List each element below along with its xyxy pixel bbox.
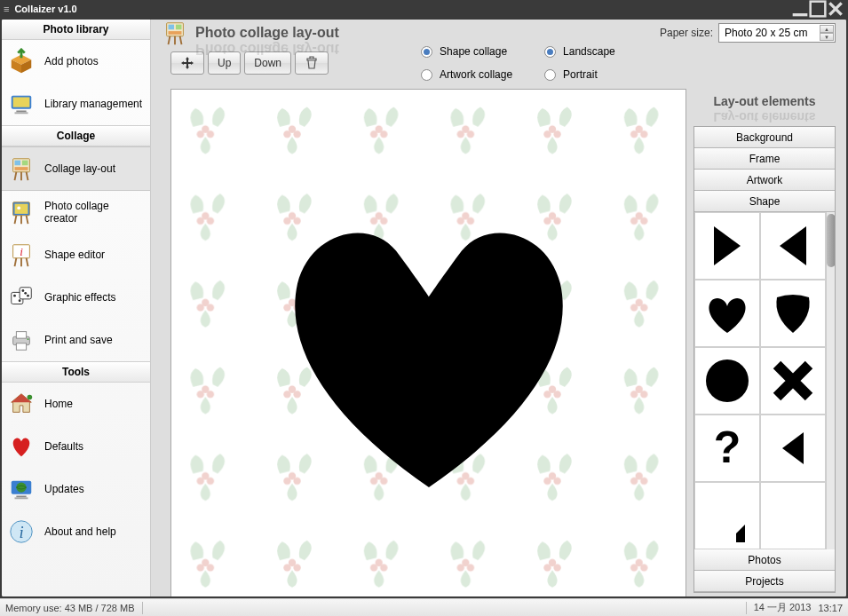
panel-title: Lay-out elements Lay-out elements [693, 89, 836, 110]
svg-marker-51 [782, 432, 804, 464]
svg-rect-10 [15, 161, 21, 166]
scrollbar-thumb[interactable] [827, 214, 835, 267]
accordion-shape[interactable]: Shape [694, 191, 835, 212]
radio-portrait[interactable]: Portrait [544, 68, 615, 81]
collage-canvas[interactable] [170, 89, 686, 596]
svg-point-15 [17, 206, 20, 209]
shape-play-right[interactable] [694, 212, 760, 280]
easel-photo-icon [7, 198, 36, 226]
box-add-icon [7, 47, 36, 75]
shape-play-left[interactable] [760, 212, 826, 280]
paper-size-select[interactable]: Photo 20 x 25 cm ▲▼ [718, 23, 836, 43]
status-date: 14 一月 2013 [754, 601, 812, 614]
paper-size-value: Photo 20 x 25 cm [725, 27, 807, 39]
sidebar-item-about-and-help[interactable]: i About and help [2, 510, 150, 553]
svg-point-22 [21, 289, 24, 292]
shape-circle[interactable] [694, 347, 760, 415]
accordion-frame[interactable]: Frame [694, 148, 835, 170]
sidebar-item-label: Graphic effects [44, 291, 115, 304]
svg-rect-40 [176, 25, 182, 30]
accordion-background[interactable]: Background [694, 127, 835, 148]
statusbar: Memory use: 43 MB / 728 MB 14 一月 2013 13… [0, 598, 848, 616]
sidebar-header-tools: Tools [2, 361, 150, 383]
radio-landscape[interactable]: Landscape [544, 45, 615, 58]
svg-rect-0 [793, 13, 808, 16]
svg-point-19 [13, 295, 16, 297]
sidebar-item-graphic-effects[interactable]: Graphic effects [2, 276, 150, 319]
memory-use: Memory use: 43 MB / 728 MB [5, 603, 135, 613]
dice-icon [7, 283, 36, 312]
sidebar-item-label: Updates [44, 483, 84, 495]
sidebar-item-shape-editor[interactable]: i Shape editor [2, 233, 150, 276]
radio-dot-icon [421, 69, 432, 81]
shape-gallery: ? [694, 212, 835, 549]
svg-point-23 [27, 295, 29, 297]
svg-point-31 [28, 395, 33, 400]
chevron-down-icon[interactable]: ▼ [820, 33, 834, 41]
layout-accordion: Background Frame Artwork Shape [693, 126, 836, 593]
shape-shield[interactable] [760, 280, 826, 347]
page-title: Photo collage lay-out Photo collage lay-… [195, 25, 339, 41]
sidebar-item-photo-collage-creator[interactable]: Photo collage creator [2, 191, 150, 233]
paper-size-label: Paper size: [660, 27, 713, 39]
easel-shape-icon: i [7, 241, 36, 269]
svg-text:i: i [19, 523, 23, 541]
shape-partial-2[interactable] [760, 482, 826, 549]
printer-icon [7, 326, 36, 354]
svg-marker-52 [736, 525, 745, 542]
sidebar-header-collage: Collage [2, 125, 150, 146]
home-icon [7, 390, 36, 418]
sidebar-item-label: Home [44, 398, 73, 410]
main-header: Photo collage lay-out Photo collage lay-… [151, 20, 846, 46]
sidebar-item-label: Collage lay-out [44, 162, 115, 175]
svg-rect-35 [15, 497, 28, 499]
svg-point-49 [706, 359, 749, 402]
svg-rect-41 [169, 31, 182, 35]
chevron-up-icon[interactable]: ▲ [820, 25, 834, 33]
svg-point-33 [16, 483, 26, 493]
radio-dot-icon [421, 46, 432, 58]
layout-elements-panel: Lay-out elements Lay-out elements Backgr… [693, 89, 836, 596]
heart-shape[interactable] [265, 186, 593, 514]
minimize-button[interactable] [791, 1, 809, 17]
monitor-globe-icon [7, 475, 36, 503]
easel-layout-icon [162, 20, 188, 46]
radio-artwork-collage[interactable]: Artwork collage [421, 68, 512, 81]
shape-x[interactable] [760, 347, 826, 415]
svg-rect-1 [811, 2, 826, 17]
app-menu-icon[interactable]: ≡ [4, 4, 9, 14]
radio-shape-collage[interactable]: Shape collage [421, 45, 512, 58]
sidebar-item-label: Library management [44, 98, 142, 110]
close-button[interactable] [827, 1, 844, 17]
sidebar-item-print-and-save[interactable]: Print and save [2, 319, 150, 361]
trash-icon [305, 56, 319, 70]
accordion-artwork[interactable]: Artwork [694, 170, 835, 191]
sidebar-item-updates[interactable]: Updates [2, 468, 150, 510]
svg-rect-34 [16, 496, 26, 498]
titlebar[interactable]: ≡ Collaizer v1.0 [0, 0, 848, 18]
sidebar-item-home[interactable]: Home [2, 383, 150, 425]
sidebar-item-defaults[interactable]: Defaults [2, 425, 150, 468]
svg-rect-7 [16, 111, 26, 113]
spin-buttons[interactable]: ▲▼ [820, 25, 834, 41]
sidebar-item-label: Print and save [44, 334, 113, 346]
shape-partial-1[interactable] [694, 482, 760, 549]
accordion-projects[interactable]: Projects [694, 571, 835, 592]
svg-rect-11 [22, 161, 28, 166]
sidebar-item-add-photos[interactable]: Add photos [2, 40, 150, 83]
svg-point-28 [28, 338, 29, 340]
move-icon [180, 56, 194, 70]
svg-text:?: ? [714, 423, 741, 472]
sidebar-item-library-management[interactable]: Library management [2, 83, 150, 125]
svg-rect-39 [169, 25, 175, 30]
sidebar-item-collage-layout[interactable]: Collage lay-out [2, 146, 150, 191]
shape-heart[interactable] [694, 280, 760, 347]
maximize-button[interactable] [809, 1, 827, 17]
app-window: ≡ Collaizer v1.0 Photo library Add photo… [0, 0, 848, 616]
accordion-photos[interactable]: Photos [694, 549, 835, 571]
shape-triangle-left[interactable] [760, 415, 826, 482]
sidebar-item-label: Add photos [44, 55, 99, 67]
radio-dot-icon [544, 69, 556, 81]
shape-question[interactable]: ? [694, 415, 760, 482]
shape-scrollbar[interactable] [826, 212, 835, 549]
